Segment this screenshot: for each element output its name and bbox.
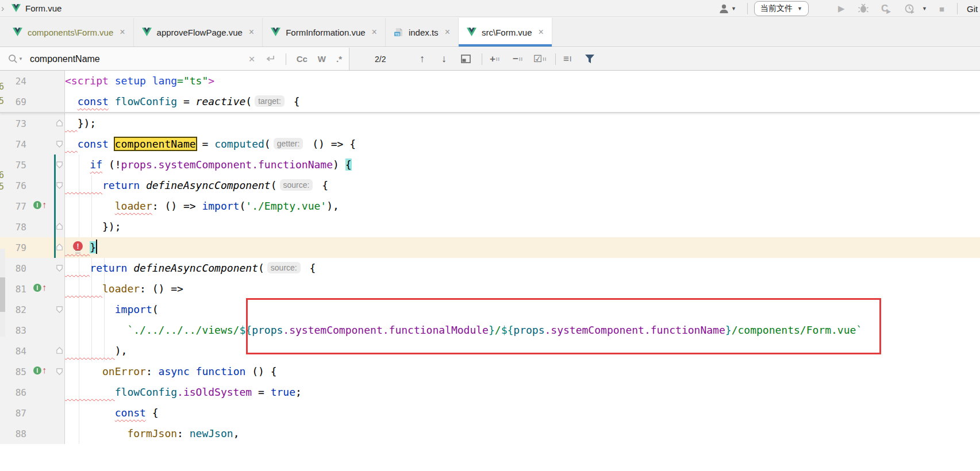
fold-marker-icon[interactable] xyxy=(55,222,64,231)
code-token: ="ts" xyxy=(177,75,208,87)
tab-label: components\Form.vue xyxy=(28,28,113,37)
fold-marker-icon[interactable] xyxy=(55,160,64,169)
code-text-24[interactable]: <script setup lang="ts"> xyxy=(65,71,980,91)
cropped-line-number: 5 xyxy=(0,182,6,192)
gutter-line-74[interactable]: 74 xyxy=(0,134,65,155)
code-text-85[interactable]: onError: async function () { xyxy=(65,361,980,382)
git-widget[interactable]: Git xyxy=(967,0,978,17)
code-line-76[interactable]: 76 return defineAsyncComponent(source: { xyxy=(0,175,980,196)
close-tab-icon[interactable]: × xyxy=(372,27,377,37)
match-case-toggle[interactable]: Cc xyxy=(297,54,308,64)
error-intention-bulb-icon[interactable]: ! xyxy=(73,241,83,251)
code-text-78[interactable]: }); xyxy=(65,217,980,237)
run-configuration-select[interactable]: 当前文件 ▼ xyxy=(754,1,809,16)
open-in-find-window-button[interactable] xyxy=(461,48,471,70)
user-account-button[interactable]: ▼ xyxy=(718,0,736,17)
fold-marker-icon[interactable] xyxy=(55,346,64,355)
fold-marker-icon[interactable] xyxy=(55,119,64,128)
editor-tab-approveflowpage-vue[interactable]: approveFlowPage.vue× xyxy=(134,18,263,47)
code-text-88[interactable]: formJson: newJson, xyxy=(65,423,980,444)
gutter-line-88[interactable]: 88 xyxy=(0,423,65,444)
editor-tab-src-form-vue[interactable]: src\Form.vue× xyxy=(459,18,552,47)
fold-marker-icon[interactable] xyxy=(55,264,64,272)
code-text-73[interactable]: }); xyxy=(65,113,980,134)
whole-words-toggle[interactable]: W xyxy=(318,54,326,64)
code-text-76[interactable]: return defineAsyncComponent(source: { xyxy=(65,175,980,196)
search-input[interactable]: ▼ componentName × Cc W .* xyxy=(0,48,349,70)
gutter-line-82[interactable]: 82 xyxy=(0,299,65,320)
stop-button[interactable]: ■ xyxy=(939,0,944,17)
gutter-line-85[interactable]: 85I↑ xyxy=(0,361,65,382)
fold-marker-icon[interactable] xyxy=(55,367,64,376)
remove-occurrence-button[interactable]: −II xyxy=(513,48,523,70)
editor-tab-forminformation-vue[interactable]: FormInformation.vue× xyxy=(263,18,386,47)
code-line-86[interactable]: 86 flowConfig.isOldSystem = true; xyxy=(0,382,980,403)
code-text-87[interactable]: const { xyxy=(65,403,980,423)
code-line-77[interactable]: 77I↑ loader: () => import('./Empty.vue')… xyxy=(0,196,980,217)
fold-marker-icon[interactable] xyxy=(55,181,64,190)
gutter-line-86[interactable]: 86 xyxy=(0,382,65,403)
code-text-86[interactable]: flowConfig.isOldSystem = true; xyxy=(65,382,980,403)
gutter-line-80[interactable]: 80 xyxy=(0,258,65,279)
code-text-69[interactable]: const flowConfig = reactive(target: { xyxy=(65,91,980,112)
code-line-80[interactable]: 80 return defineAsyncComponent(source: { xyxy=(0,258,980,279)
select-all-occurrences-button[interactable]: ☑II xyxy=(533,48,547,70)
gutter-line-87[interactable]: 87 xyxy=(0,403,65,423)
code-line-74[interactable]: 74 const componentName = computed(getter… xyxy=(0,134,980,155)
code-line-79[interactable]: 79! } xyxy=(0,237,980,258)
gutter-line-24[interactable]: 24 xyxy=(0,71,65,91)
implementation-marker-icon[interactable]: I↑ xyxy=(33,284,47,292)
search-icon[interactable]: ▼ xyxy=(8,54,23,64)
gutter-line-69[interactable]: 69 xyxy=(0,91,65,112)
implementation-marker-icon[interactable]: I↑ xyxy=(33,366,47,375)
close-tab-icon[interactable]: × xyxy=(120,27,125,37)
code-line-85[interactable]: 85I↑ onError: async function () { xyxy=(0,361,980,382)
code-line-78[interactable]: 78 }); xyxy=(0,217,980,237)
code-token: import xyxy=(115,303,152,315)
fold-marker-icon[interactable] xyxy=(55,243,64,252)
previous-match-button[interactable]: ↑ xyxy=(420,48,425,70)
gutter-line-73[interactable]: 73 xyxy=(0,113,65,134)
fold-marker-icon[interactable] xyxy=(55,140,64,148)
code-token: } xyxy=(90,241,96,253)
code-text-77[interactable]: loader: () => import('./Empty.vue'), xyxy=(65,196,980,217)
gutter-line-81[interactable]: 81I↑ xyxy=(0,279,65,299)
run-with-coverage-button[interactable]: C▶ xyxy=(881,0,891,17)
line-number: 86 xyxy=(0,387,26,398)
code-text-80[interactable]: return defineAsyncComponent(source: { xyxy=(65,258,980,279)
code-line-87[interactable]: 87 const { xyxy=(0,403,980,423)
add-occurrence-button[interactable]: +II xyxy=(490,48,500,70)
vcs-change-marker[interactable] xyxy=(54,155,56,258)
profiler-dropdown-chevron[interactable]: ▼ xyxy=(922,0,927,17)
code-line-75[interactable]: 75 if (!props.systemComponent.functionNa… xyxy=(0,155,980,175)
code-line-81[interactable]: 81I↑ loader: () => xyxy=(0,279,980,299)
profiler-button[interactable] xyxy=(905,0,915,17)
gutter-line-84[interactable]: 84 xyxy=(0,341,65,361)
code-text-81[interactable]: loader: () => xyxy=(65,279,980,299)
code-line-69[interactable]: 69 const flowConfig = reactive(target: { xyxy=(0,91,980,112)
clear-search-icon[interactable]: × xyxy=(249,53,255,65)
code-text-79[interactable]: ! } xyxy=(65,237,980,258)
search-query-text[interactable]: componentName xyxy=(30,54,100,64)
filter-lines-button[interactable]: ≡I xyxy=(563,48,571,70)
code-line-88[interactable]: 88 formJson: newJson, xyxy=(0,423,980,444)
code-text-74[interactable]: const componentName = computed(getter: (… xyxy=(65,134,980,155)
editor-tab-index-ts[interactable]: TSindex.ts× xyxy=(386,18,459,47)
gutter-line-83[interactable]: 83 xyxy=(0,320,65,341)
fold-marker-icon[interactable] xyxy=(55,305,64,314)
close-tab-icon[interactable]: × xyxy=(538,27,543,37)
newline-icon[interactable] xyxy=(266,55,275,63)
code-line-24[interactable]: 24<script setup lang="ts"> xyxy=(0,71,980,91)
close-tab-icon[interactable]: × xyxy=(249,27,254,37)
code-editor[interactable]: 24<script setup lang="ts">69 const flowC… xyxy=(0,71,980,471)
close-tab-icon[interactable]: × xyxy=(445,27,450,37)
search-filter-icon[interactable] xyxy=(585,48,594,70)
debug-button[interactable] xyxy=(858,0,868,17)
run-button[interactable]: ▶ xyxy=(838,0,845,17)
code-text-75[interactable]: if (!props.systemComponent.functionName)… xyxy=(65,155,980,175)
next-match-button[interactable]: ↓ xyxy=(441,48,447,70)
regex-toggle[interactable]: .* xyxy=(336,54,342,64)
implementation-marker-icon[interactable]: I↑ xyxy=(33,201,47,209)
code-line-73[interactable]: 73 }); xyxy=(0,113,980,134)
editor-tab-components-form-vue[interactable]: components\Form.vue× xyxy=(5,18,134,47)
